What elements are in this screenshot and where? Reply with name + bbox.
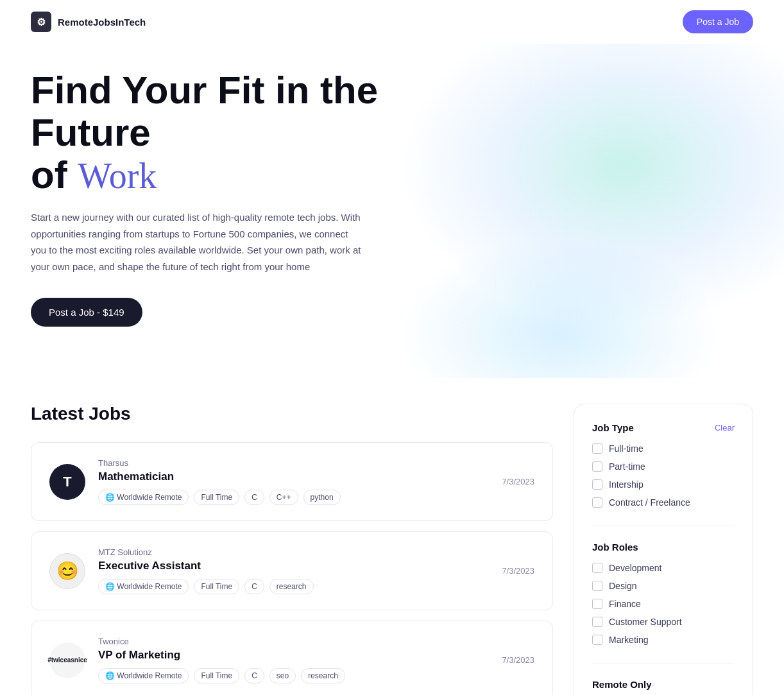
job-tag: research [301,668,345,683]
checkbox-label: Marketing [609,635,648,645]
checkbox-label: Contract / Freelance [609,497,690,508]
checkbox[interactable] [592,479,602,490]
filter-divider-1 [592,526,735,526]
checkbox[interactable] [592,599,602,609]
hero-bg-blob [399,44,784,326]
job-tag: Full Time [194,490,239,505]
job-roles-options: Development Design Finance Customer Supp… [592,563,735,645]
checkbox[interactable] [592,497,602,508]
job-title: VP of Marketing [98,649,489,662]
checkbox-item[interactable]: Contract / Freelance [592,497,735,508]
company-logo: 😊 [49,553,85,589]
job-location: 🌐 Worldwide Remote [98,579,189,594]
navbar: ⚙ RemoteJobsInTech Post a Job [0,0,784,44]
job-tag: C++ [269,490,298,505]
checkbox-label: Design [609,581,637,591]
logo-icon: ⚙ [31,12,51,32]
post-job-nav-button[interactable]: Post a Job [683,10,753,33]
job-card[interactable]: T Tharsus Mathematician 🌐 Worldwide Remo… [31,442,553,521]
job-card[interactable]: 😊 MTZ Solutionz Executive Assistant 🌐 Wo… [31,531,553,610]
hero-title: Find Your Fit in the Future of Work [31,69,416,196]
filter-job-roles-title: Job Roles [592,542,638,553]
checkbox-label: Full-time [609,443,643,454]
job-date: 7/3/2023 [502,477,534,486]
hero-description: Start a new journey with our curated lis… [31,209,364,275]
logo-text: RemoteJobsInTech [58,17,146,28]
hero-title-line2-plain: of [31,153,67,196]
job-tag: research [269,579,314,594]
checkbox-item[interactable]: Design [592,581,735,591]
filter-remote-only-title: Remote Only [592,679,652,690]
checkbox[interactable] [592,461,602,472]
filter-job-type: Job Type Clear Full-time Part-time Inter… [592,422,735,508]
job-info: Twonice VP of Marketing 🌐 Worldwide Remo… [98,637,489,683]
jobs-section-title: Latest Jobs [31,404,553,424]
checkbox-label: Customer Support [609,617,682,627]
filter-job-type-title: Job Type [592,422,634,433]
job-tags: 🌐 Worldwide Remote Full TimeCresearch [98,579,489,594]
hero-section: Find Your Fit in the Future of Work Star… [0,44,784,378]
job-tag: C [244,490,264,505]
checkbox[interactable] [592,443,602,454]
filter-job-roles: Job Roles Development Design Finance Cus… [592,542,735,645]
hero-title-line1: Find Your Fit in the Future [31,69,378,154]
checkbox-label: Part-time [609,461,645,472]
hero-title-handwriting: Work [78,156,157,196]
filter-clear-button[interactable]: Clear [715,423,735,433]
checkbox-item[interactable]: Intership [592,479,735,490]
checkbox[interactable] [592,635,602,645]
jobs-section: Latest Jobs T Tharsus Mathematician 🌐 Wo… [31,404,553,695]
job-tag: C [244,668,264,683]
company-name: Tharsus [98,458,489,468]
checkbox[interactable] [592,581,602,591]
company-name: Twonice [98,637,489,646]
job-tag: Full Time [194,668,239,683]
job-title: Mathematician [98,470,489,483]
checkbox-label: Intership [609,479,643,490]
job-tag: python [303,490,341,505]
checkbox[interactable] [592,617,602,627]
jobs-list: T Tharsus Mathematician 🌐 Worldwide Remo… [31,442,553,695]
job-info: MTZ Solutionz Executive Assistant 🌐 Worl… [98,547,489,594]
hero-bg-blob2 [399,237,720,378]
job-tag: Full Time [194,579,239,594]
checkbox-item[interactable]: Full-time [592,443,735,454]
checkbox-item[interactable]: Finance [592,599,735,609]
filter-panel: Job Type Clear Full-time Part-time Inter… [574,404,753,695]
job-location: 🌐 Worldwide Remote [98,490,189,505]
job-card[interactable]: #twiceasnice Twonice VP of Marketing 🌐 W… [31,621,553,695]
company-logo: T [49,464,85,500]
checkbox[interactable] [592,563,602,573]
checkbox-label: Finance [609,599,641,609]
checkbox-item[interactable]: Part-time [592,461,735,472]
company-name: MTZ Solutionz [98,547,489,557]
filter-divider-2 [592,663,735,664]
logo: ⚙ RemoteJobsInTech [31,12,146,32]
job-info: Tharsus Mathematician 🌐 Worldwide Remote… [98,458,489,505]
filter-remote-only: Remote Only Off [592,679,735,695]
checkbox-item[interactable]: Customer Support [592,617,735,627]
job-title: Executive Assistant [98,560,489,572]
job-date: 7/3/2023 [502,566,534,576]
job-tags: 🌐 Worldwide Remote Full TimeCC++python [98,490,489,505]
checkbox-label: Development [609,563,662,573]
job-tag: C [244,579,264,594]
job-tag: seo [269,668,296,683]
checkbox-item[interactable]: Marketing [592,635,735,645]
job-tags: 🌐 Worldwide Remote Full TimeCseoresearch [98,668,489,683]
company-logo: #twiceasnice [49,642,85,678]
job-date: 7/3/2023 [502,655,534,665]
job-location: 🌐 Worldwide Remote [98,668,189,683]
main-content: Latest Jobs T Tharsus Mathematician 🌐 Wo… [0,378,784,695]
checkbox-item[interactable]: Development [592,563,735,573]
job-type-options: Full-time Part-time Intership Contract /… [592,443,735,508]
post-job-hero-button[interactable]: Post a Job - $149 [31,298,142,327]
